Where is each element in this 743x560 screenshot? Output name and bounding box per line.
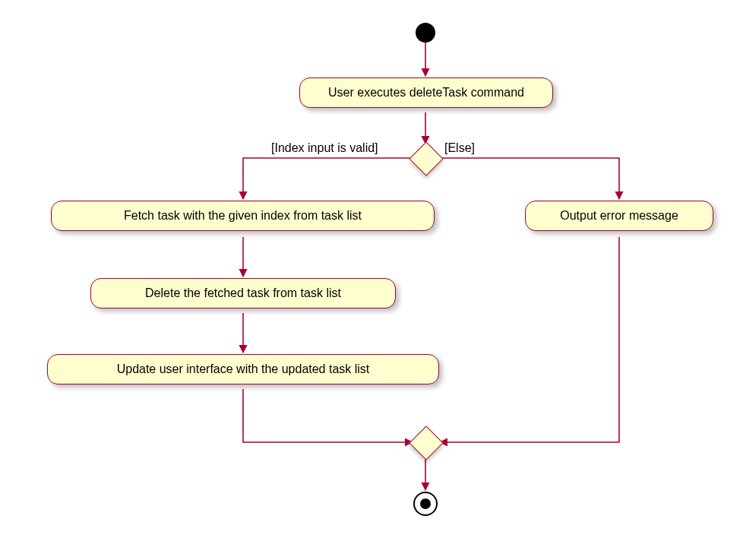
- start-node: [416, 23, 435, 43]
- activity-execute-command: User executes deleteTask command: [299, 78, 553, 108]
- activity-label: Fetch task with the given index from tas…: [124, 209, 362, 222]
- activity-label: Update user interface with the updated t…: [117, 362, 370, 375]
- edge-a5-m1: [440, 237, 619, 442]
- edge-d1-a5: [440, 158, 619, 199]
- activity-label: User executes deleteTask command: [328, 86, 524, 99]
- activity-label: Delete the fetched task from task list: [145, 286, 341, 299]
- edge-d1-a2: [243, 158, 413, 199]
- guard-true-label: [Index input is valid]: [271, 141, 378, 155]
- activity-diagram: User executes deleteTask command [Index …: [0, 0, 743, 560]
- end-node-inner: [420, 498, 431, 509]
- end-node: [413, 492, 438, 516]
- activity-output-error: Output error message: [525, 201, 713, 231]
- edge-a4-m1: [243, 389, 413, 442]
- activity-fetch-task: Fetch task with the given index from tas…: [51, 201, 435, 231]
- activity-update-ui: Update user interface with the updated t…: [47, 354, 439, 384]
- activity-delete-task: Delete the fetched task from task list: [90, 278, 396, 308]
- guard-false-label: [Else]: [444, 141, 475, 155]
- activity-label: Output error message: [560, 209, 678, 222]
